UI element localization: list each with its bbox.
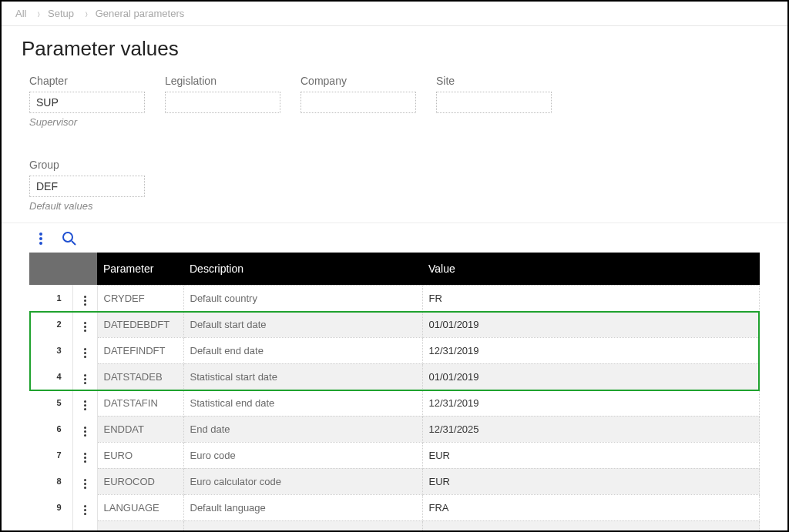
kebab-icon: [79, 295, 92, 307]
cell-description[interactable]: Euro calculator code: [183, 468, 422, 494]
cell-parameter[interactable]: STRDAT: [97, 520, 183, 532]
kebab-icon: [79, 321, 92, 333]
filter-panel: Chapter Supervisor Legislation Company S…: [2, 67, 787, 223]
breadcrumb-general-parameters[interactable]: General parameters: [96, 8, 185, 19]
kebab-icon: [79, 400, 92, 412]
row-number: 1: [29, 285, 72, 311]
row-menu-button[interactable]: [72, 285, 97, 311]
cell-parameter[interactable]: DATSTAFIN: [97, 390, 183, 416]
row-menu-button[interactable]: [72, 390, 97, 416]
cell-parameter[interactable]: DATEDEBDFT: [97, 311, 183, 337]
breadcrumb-all[interactable]: All: [15, 8, 26, 19]
legislation-input[interactable]: [165, 92, 280, 113]
cell-value[interactable]: 12/31/2025: [422, 416, 760, 442]
row-menu-button[interactable]: [72, 416, 97, 442]
chevron-right-icon: ›: [85, 7, 87, 21]
table-row[interactable]: 9LANGUAGEDefault languageFRA: [29, 494, 760, 520]
cell-value[interactable]: EUR: [422, 468, 760, 494]
cell-parameter[interactable]: LANGUAGE: [97, 494, 183, 520]
header-menu: [72, 253, 97, 285]
cell-parameter[interactable]: CRYDEF: [97, 285, 183, 311]
page-title: Parameter values: [2, 26, 787, 67]
row-number: 8: [29, 468, 72, 494]
parameter-table: Parameter Description Value 1CRYDEFDefau…: [29, 253, 760, 532]
row-menu-button[interactable]: [72, 494, 97, 520]
kebab-icon: [79, 347, 92, 360]
header-rownum: [29, 253, 72, 285]
cell-parameter[interactable]: DATSTADEB: [97, 363, 183, 390]
site-label: Site: [436, 75, 552, 87]
cell-description[interactable]: Default end date: [183, 337, 422, 363]
table-row[interactable]: 2DATEDEBDFTDefault start date01/01/2019: [29, 311, 760, 337]
company-label: Company: [300, 75, 416, 87]
cell-parameter[interactable]: EUROCOD: [97, 468, 183, 494]
chapter-input[interactable]: [29, 92, 145, 113]
kebab-icon: [79, 426, 92, 438]
table-row[interactable]: 8EUROCODEuro calculator codeEUR: [29, 468, 760, 494]
cell-value[interactable]: EUR: [422, 442, 760, 468]
group-caption: Default values: [29, 200, 145, 212]
table-row[interactable]: 5DATSTAFINStatistical end date12/31/2019: [29, 390, 760, 416]
chapter-caption: Supervisor: [29, 116, 145, 128]
row-menu-button[interactable]: [72, 442, 97, 468]
table-row[interactable]: 3DATEFINDFTDefault end date12/31/2019: [29, 337, 760, 363]
cell-value[interactable]: 12/31/2019: [422, 337, 760, 363]
cell-description[interactable]: Euro code: [183, 442, 422, 468]
header-parameter[interactable]: Parameter: [97, 253, 183, 285]
svg-point-0: [39, 233, 42, 236]
cell-parameter[interactable]: EURO: [97, 442, 183, 468]
site-input[interactable]: [436, 92, 552, 113]
kebab-icon: [79, 373, 92, 386]
row-number: 6: [29, 416, 72, 442]
cell-value[interactable]: 01/01/2019: [422, 363, 760, 390]
row-number: 9: [29, 494, 72, 520]
table-row[interactable]: 6ENDDATEnd date12/31/2025: [29, 416, 760, 442]
cell-parameter[interactable]: DATEFINDFT: [97, 337, 183, 363]
row-menu-button[interactable]: [72, 337, 97, 363]
header-value[interactable]: Value: [422, 253, 760, 285]
table-row[interactable]: 10STRDATStart date01/01/2010: [29, 520, 760, 532]
legislation-label: Legislation: [165, 75, 280, 87]
table-row[interactable]: 1CRYDEFDefault countryFR: [29, 285, 760, 311]
row-number: 10: [29, 520, 72, 532]
chapter-label: Chapter: [29, 75, 145, 87]
table-row[interactable]: 4DATSTADEBStatistical start date01/01/20…: [29, 363, 760, 390]
svg-point-1: [39, 237, 42, 240]
breadcrumb-setup[interactable]: Setup: [48, 8, 74, 19]
cell-description[interactable]: Default country: [183, 285, 422, 311]
chevron-right-icon: ›: [38, 7, 40, 21]
cell-description[interactable]: Statistical end date: [183, 390, 422, 416]
svg-point-3: [63, 233, 72, 242]
cell-description[interactable]: Default start date: [183, 311, 422, 337]
cell-value[interactable]: 12/31/2019: [422, 390, 760, 416]
table-actions-icon[interactable]: [39, 232, 43, 246]
cell-value[interactable]: FRA: [422, 494, 760, 520]
group-label: Group: [29, 159, 145, 171]
cell-description[interactable]: Statistical start date: [183, 363, 422, 390]
cell-value[interactable]: 01/01/2019: [422, 311, 760, 337]
cell-description[interactable]: Default language: [183, 494, 422, 520]
row-number: 5: [29, 390, 72, 416]
row-menu-button[interactable]: [72, 311, 97, 337]
kebab-icon: [79, 478, 92, 490]
kebab-icon: [79, 504, 92, 517]
company-input[interactable]: [300, 92, 416, 113]
search-icon[interactable]: [62, 231, 77, 246]
cell-parameter[interactable]: ENDDAT: [97, 416, 183, 442]
svg-line-4: [72, 241, 76, 245]
row-menu-button[interactable]: [72, 468, 97, 494]
cell-description[interactable]: End date: [183, 416, 422, 442]
row-number: 3: [29, 337, 72, 363]
row-menu-button[interactable]: [72, 363, 97, 390]
cell-value[interactable]: FR: [422, 285, 760, 311]
header-description[interactable]: Description: [183, 253, 422, 285]
cell-description[interactable]: Start date: [183, 520, 422, 532]
row-number: 2: [29, 311, 72, 337]
cell-value[interactable]: 01/01/2010: [422, 520, 760, 532]
breadcrumb: All › Setup › General parameters: [2, 2, 787, 26]
group-input[interactable]: [29, 176, 145, 197]
kebab-icon: [79, 452, 92, 464]
row-menu-button[interactable]: [72, 520, 97, 532]
table-row[interactable]: 7EUROEuro codeEUR: [29, 442, 760, 468]
svg-point-2: [39, 242, 42, 245]
